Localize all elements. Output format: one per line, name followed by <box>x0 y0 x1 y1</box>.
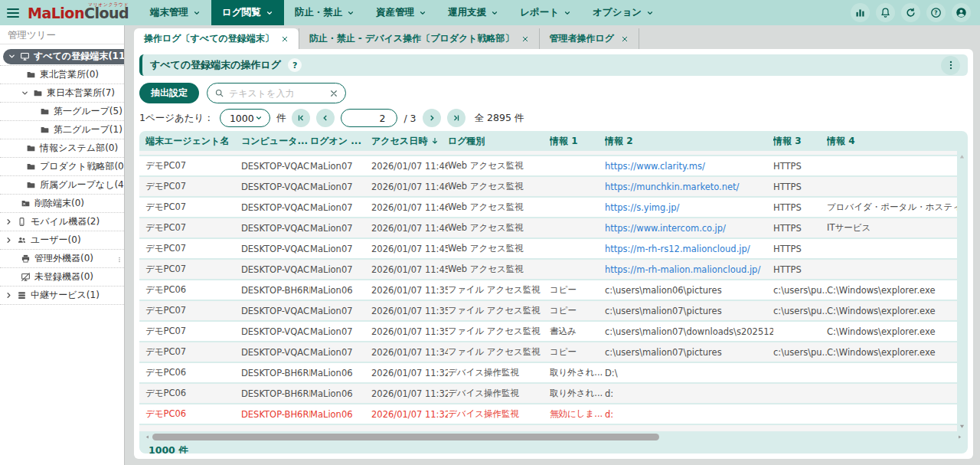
cell-col7: c:\users\malion07\pictures <box>605 347 773 358</box>
tree-item-7[interactable]: プロダクト戦略部(0) <box>0 158 124 176</box>
chevron-right-icon[interactable] <box>5 291 13 300</box>
table-row[interactable]: デモPC07DESKTOP-VQAC...MaLion072026/01/07 … <box>139 156 957 177</box>
cell-col5: デバイス操作監視 <box>448 388 550 399</box>
tab-close-icon[interactable] <box>281 35 289 43</box>
cell-col7[interactable]: https://munchkin.marketo.net/ <box>605 182 773 192</box>
account-button[interactable] <box>952 3 971 22</box>
table-row[interactable]: デモPC07DESKTOP-VQAC...MaLion072026/01/07 … <box>139 322 957 342</box>
tab-1[interactable]: 操作ログ〔すべての登録端末〕 <box>134 28 299 49</box>
column-header-2[interactable]: コンピュータ... <box>241 135 310 148</box>
search-clear-button[interactable] <box>329 89 338 98</box>
table-row[interactable]: デモPC06DESKTOP-BH6RI...MaLion062026/01/07… <box>139 384 957 404</box>
tree-item-label: 管理外機器(0) <box>34 252 93 265</box>
navbar-right-icons <box>851 0 980 25</box>
column-header-label: ログ種別 <box>448 135 485 148</box>
app-logo[interactable]: MaLionマリオンクラウドCloud <box>28 0 129 25</box>
tree-item-9[interactable]: 削除端末(0) <box>0 195 124 213</box>
column-header-7[interactable]: 情報 2 <box>605 135 773 148</box>
tree-item-12[interactable]: 管理外機器(0) <box>0 250 124 268</box>
cell-col5: デバイス操作監視 <box>448 367 550 378</box>
help-button[interactable] <box>926 3 946 22</box>
first-page-button[interactable] <box>292 109 310 127</box>
cell-col7[interactable]: https://www.intercom.co.jp/ <box>605 223 773 234</box>
search-input[interactable] <box>229 88 325 99</box>
table-row[interactable]: デモPC07DESKTOP-VQAC...MaLion072026/01/07 … <box>139 218 957 239</box>
tree-item-10[interactable]: モバイル機器(2) <box>0 213 124 231</box>
cell-col7[interactable]: https://m-rh-rs12.malioncloud.jp/ <box>605 244 773 254</box>
table-row[interactable] <box>139 425 957 431</box>
table-body-viewport: デモPC07DESKTOP-VQAC...MaLion072026/01/07 … <box>139 151 968 431</box>
per-page-select[interactable]: 1000 <box>220 109 270 127</box>
table-row[interactable]: デモPC07DESKTOP-VQAC...MaLion072026/01/07 … <box>139 239 957 260</box>
table-row[interactable]: デモPC07DESKTOP-VQAC...MaLion072026/01/07 … <box>139 177 957 198</box>
tree-item-6[interactable]: 情報システム部(0) <box>0 139 124 158</box>
scroll-down-icon[interactable] <box>959 423 965 430</box>
tree-item-14[interactable]: 中継サービス(1) <box>0 287 124 305</box>
column-header-1[interactable]: 端末エージェント名 <box>145 135 241 148</box>
table-row[interactable]: デモPC07DESKTOP-VQAC...MaLion072026/01/07 … <box>139 151 957 156</box>
main-menu: 端末管理ログ閲覧防止・禁止資産管理運用支援レポートオプション <box>139 0 665 25</box>
column-header-8[interactable]: 情報 3 <box>773 135 827 148</box>
chevron-right-icon[interactable] <box>5 236 13 244</box>
printer-icon <box>21 254 31 264</box>
nav-menu-item-label: レポート <box>520 6 559 19</box>
stats-button[interactable] <box>851 3 870 22</box>
nav-menu-item-4[interactable]: 資産管理 <box>365 0 437 25</box>
nav-menu-item-5[interactable]: 運用支援 <box>437 0 509 25</box>
sidebar-resize-handle[interactable] <box>116 252 123 267</box>
extract-settings-button[interactable]: 抽出設定 <box>139 83 199 103</box>
cell-col1: デモPC07 <box>145 160 241 172</box>
table-row[interactable]: デモPC07DESKTOP-VQAC...MaLion072026/01/07 … <box>139 342 957 363</box>
panel-menu-button[interactable] <box>941 56 960 75</box>
scroll-right-icon[interactable] <box>957 434 962 440</box>
table-row[interactable]: デモPC06DESKTOP-BH6RI...MaLion062026/01/07… <box>139 280 957 301</box>
cell-col7[interactable]: https://www.clarity.ms/ <box>605 161 773 172</box>
scroll-up-icon[interactable] <box>959 153 965 160</box>
column-header-5[interactable]: ログ種別 <box>448 135 550 148</box>
tab-close-icon[interactable] <box>521 35 529 43</box>
nav-menu-item-2[interactable]: ログ閲覧 <box>211 0 284 25</box>
tree-item-4[interactable]: 第一グループ(5) <box>0 103 124 121</box>
column-header-3[interactable]: ログオン ... <box>310 135 371 148</box>
tree-item-1[interactable]: すべての登録端末(11) <box>0 47 124 66</box>
tree-item-label: 削除端末(0) <box>34 197 84 210</box>
prev-page-button[interactable] <box>316 109 335 127</box>
chevron-right-icon[interactable] <box>5 218 13 226</box>
tab-2[interactable]: 防止・禁止 - デバイス操作〔プロダクト戦略部〕 <box>299 28 540 49</box>
tree-item-11[interactable]: ユーザー(0) <box>0 231 124 250</box>
cell-col7[interactable]: https://m-rh-malion.malioncloud.jp/ <box>605 264 773 275</box>
column-header-9[interactable]: 情報 4 <box>827 135 957 148</box>
tree-item-2[interactable]: 東北営業所(0) <box>0 66 124 84</box>
chevron-down-icon[interactable] <box>8 52 16 61</box>
hamburger-menu-icon[interactable] <box>0 0 26 25</box>
notifications-button[interactable] <box>876 3 895 22</box>
tab-3[interactable]: 管理者操作ログ <box>540 28 640 49</box>
nav-menu-item-1[interactable]: 端末管理 <box>139 0 211 25</box>
tree-item-8[interactable]: 所属グループなし(4) <box>0 176 124 195</box>
scroll-left-icon[interactable] <box>145 434 150 440</box>
next-page-button[interactable] <box>423 109 441 127</box>
table-row[interactable]: デモPC07DESKTOP-VQAC...MaLion072026/01/07 … <box>139 301 957 322</box>
tree-item-3[interactable]: 東日本営業所(7) <box>0 84 124 103</box>
table-row[interactable]: デモPC07DESKTOP-VQAC...MaLion072026/01/07 … <box>139 260 957 280</box>
page-number-input[interactable] <box>341 109 397 127</box>
column-header-6[interactable]: 情報 1 <box>550 135 605 148</box>
last-page-button[interactable] <box>447 109 466 127</box>
tree-item-5[interactable]: 第二グループ(1) <box>0 121 124 139</box>
nav-menu-item-6[interactable]: レポート <box>509 0 582 25</box>
cell-col9: C:\Windows\explorer.exe <box>827 347 957 358</box>
column-header-4[interactable]: アクセス日時 <box>371 135 448 148</box>
tree-item-13[interactable]: 未登録機器(0) <box>0 268 124 287</box>
table-row[interactable]: デモPC06DESKTOP-BH6RI...MaLion062026/01/07… <box>139 363 957 384</box>
nav-menu-item-3[interactable]: 防止・禁止 <box>284 0 366 25</box>
cell-col7[interactable]: https://s.yimg.jp/ <box>605 202 773 213</box>
nav-menu-item-7[interactable]: オプション <box>582 0 665 25</box>
horizontal-scrollbar-thumb[interactable] <box>152 434 659 440</box>
panel-help-button[interactable]: ? <box>288 58 302 72</box>
horizontal-scrollbar[interactable] <box>145 432 962 442</box>
refresh-button[interactable] <box>901 3 920 22</box>
table-row[interactable]: デモPC06DESKTOP-BH6RI...MaLion062026/01/07… <box>139 404 957 425</box>
chevron-down-icon[interactable] <box>21 89 29 97</box>
table-row[interactable]: デモPC07DESKTOP-VQAC...MaLion072026/01/07 … <box>139 198 957 218</box>
tab-close-icon[interactable] <box>621 35 629 43</box>
